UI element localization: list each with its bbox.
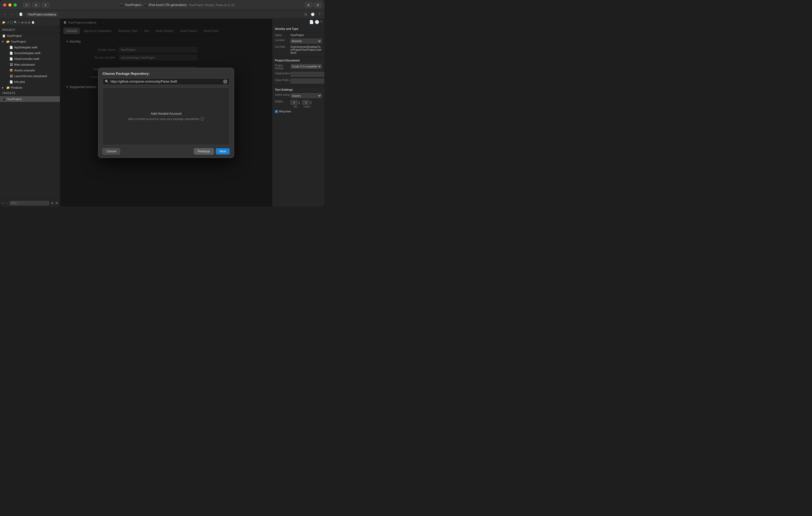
appdelegate-label: AppDelegate.swift xyxy=(14,46,37,49)
search-clear-button[interactable]: ✕ xyxy=(223,80,227,84)
full-path-row: Full Path /Users/venom/Desktop/YourProje… xyxy=(272,44,324,55)
file-inspector-icon[interactable]: 📄 xyxy=(309,20,314,24)
history-icon[interactable]: 🕐 xyxy=(310,11,316,17)
search-input-wrap: 🔍 ✕ xyxy=(103,78,230,85)
sidebar-item-scenedelegate[interactable]: 📄 SceneDelegate.swift xyxy=(0,50,60,56)
class-prefix-row: Class Prefix xyxy=(272,78,324,85)
close-button[interactable] xyxy=(3,3,6,6)
location-select[interactable]: Absolute xyxy=(290,39,322,43)
sidebar-item-products[interactable]: ▸ 📁 Products xyxy=(0,85,60,90)
maximize-button[interactable] xyxy=(13,3,17,6)
tab-width-down[interactable]: ▼ xyxy=(298,103,300,104)
sidebar-content: PROJECT 📋 YourProject ▾ 📂 YourProject 📄 … xyxy=(0,26,60,199)
test-icon[interactable]: ◆ xyxy=(22,21,24,24)
tab-width-up[interactable]: ▲ xyxy=(298,101,300,102)
breadcrumb-root[interactable]: 📄 xyxy=(19,12,23,16)
indent-width-stepper: ▲ ▼ xyxy=(302,100,312,105)
warning-icon[interactable]: ⚠ xyxy=(18,21,21,24)
assets-icon: 📦 xyxy=(9,69,13,72)
cancel-button[interactable]: Cancel xyxy=(103,148,120,154)
sidebar-item-launchscreen[interactable]: 🖼 LaunchScreen.storyboard xyxy=(0,73,60,79)
nav-forward-icon[interactable]: › xyxy=(9,11,14,17)
status-time: Today at 11:22 xyxy=(215,3,234,6)
scheme-name: YourProject xyxy=(124,3,141,7)
remove-file-icon[interactable]: − xyxy=(6,202,7,205)
sidebar-toggle-button[interactable]: ⊞ xyxy=(23,3,30,7)
breadcrumb-separator: › xyxy=(24,13,25,16)
toolbar-right: ⊟ 🕐 ? xyxy=(303,11,322,17)
toolbar: ‹ › 📄 › YourProject.xcodeproj ⊟ 🕐 ? xyxy=(0,10,324,19)
editor-area: 📋 YourProject.xcodeproj General Signing … xyxy=(60,19,272,207)
indent-width-down[interactable]: ▼ xyxy=(310,103,312,104)
sidebar-footer: + − ⊕ ⊞ xyxy=(0,199,60,207)
quick-help-icon[interactable]: ? xyxy=(317,11,322,17)
organization-input[interactable] xyxy=(290,72,324,77)
project-format-select[interactable]: Xcode 9.3-compatible xyxy=(291,64,322,69)
stop-button[interactable]: ■ xyxy=(42,3,49,7)
add-account-title: Add Hosted Account xyxy=(151,112,181,116)
sidebar-item-target-yourproject[interactable]: 📱 YourProject xyxy=(0,96,60,102)
run-button[interactable]: ▶ xyxy=(32,3,40,7)
quick-help-inspector-icon[interactable]: ? xyxy=(320,20,322,24)
sidebar-filter-input[interactable] xyxy=(10,201,49,205)
tab-width-input[interactable] xyxy=(290,100,298,105)
navigator-toggle[interactable]: ◧ xyxy=(305,3,312,7)
device-name: iPod touch (7th generation) xyxy=(149,3,186,7)
products-folder-icon: 📁 xyxy=(6,86,10,89)
launchscreen-label: LaunchScreen.storyboard xyxy=(14,74,47,78)
indent-label: Indent Using xyxy=(275,93,290,96)
symbol-icon[interactable]: { } xyxy=(10,21,13,24)
filter-options-icon[interactable]: ⊕ xyxy=(51,201,53,205)
status-text: YourProject: Ready xyxy=(188,3,213,6)
scheme-label[interactable]: 📱 YourProject › 📱 iPod touch (7th genera… xyxy=(120,3,186,7)
scenedelegate-label: SceneDelegate.swift xyxy=(14,52,40,55)
report-icon[interactable]: 📋 xyxy=(31,21,34,24)
sidebar-item-viewcontroller[interactable]: 📄 ViewController.swift xyxy=(0,56,60,62)
breadcrumb-file[interactable]: YourProject.xcodeproj xyxy=(26,12,58,17)
indent-select[interactable]: Spaces xyxy=(291,93,322,98)
assets-label: Assets.xcassets xyxy=(14,69,35,72)
sidebar-layout-icon[interactable]: ⊞ xyxy=(55,201,58,205)
sidebar-item-appdelegate[interactable]: 📄 AppDelegate.swift xyxy=(0,44,60,50)
breakpoint-icon[interactable]: ◉ xyxy=(28,21,30,24)
location-label: Location xyxy=(275,39,289,41)
indent-width-up[interactable]: ▲ xyxy=(310,101,312,102)
wrap-lines-label: Wrap lines xyxy=(279,110,291,113)
name-value: YourProject xyxy=(290,34,304,37)
package-url-input[interactable] xyxy=(110,80,222,83)
find-icon[interactable]: 🔍 xyxy=(14,21,17,24)
indent-width-input[interactable] xyxy=(302,100,310,105)
project-label: YourProject xyxy=(7,34,22,37)
tab-width-group: ▲ ▼ Tab xyxy=(290,100,300,108)
nav-back-icon[interactable]: ‹ xyxy=(2,11,8,17)
sidebar-item-main-storyboard[interactable]: 🖼 Main.storyboard xyxy=(0,62,60,67)
sidebar-item-infoplist[interactable]: 📄 Info.plist xyxy=(0,79,60,85)
sidebar-item-project[interactable]: 📋 YourProject xyxy=(0,33,60,39)
next-button[interactable]: Next xyxy=(216,148,230,154)
full-path-value: /Users/venom/Desktop/YourProject/YourPro… xyxy=(290,45,322,54)
sidebar: 📁 ⎇ { } 🔍 ⚠ ◆ ▤ ◉ 📋 PROJECT 📋 YourProjec… xyxy=(0,19,60,207)
previous-button[interactable]: Previous xyxy=(194,148,214,154)
info-icon[interactable]: i xyxy=(200,117,204,121)
indent-label-text: Indent xyxy=(304,105,310,108)
split-editor-icon[interactable]: ⊟ xyxy=(303,11,309,17)
sidebar-item-assets[interactable]: 📦 Assets.xcassets xyxy=(0,67,60,73)
folder-icon[interactable]: 📁 xyxy=(2,21,5,24)
debug-icon[interactable]: ▤ xyxy=(25,21,27,24)
storyboard-icon: 🖼 xyxy=(9,74,13,78)
project-document-header: Project Document xyxy=(272,58,324,63)
plist-icon: 📄 xyxy=(9,80,13,84)
inspector-toggle[interactable]: ◨ xyxy=(314,3,321,7)
main-window: ⊞ ▶ ■ 📱 YourProject › 📱 iPod touch (7th … xyxy=(0,0,324,207)
main-area: 📁 ⎇ { } 🔍 ⚠ ◆ ▤ ◉ 📋 PROJECT 📋 YourProjec… xyxy=(0,19,324,207)
class-prefix-input[interactable] xyxy=(290,79,324,83)
history-inspector-icon[interactable]: 🕐 xyxy=(315,20,319,24)
sidebar-item-yourproject-folder[interactable]: ▾ 📂 YourProject xyxy=(0,39,60,44)
minimize-button[interactable] xyxy=(8,3,11,6)
class-prefix-label: Class Prefix xyxy=(275,79,289,82)
organization-row: Organization xyxy=(272,71,324,78)
main-storyboard-label: Main.storyboard xyxy=(14,63,35,66)
wrap-lines-checkbox[interactable]: ✓ xyxy=(275,110,278,113)
source-control-icon[interactable]: ⎇ xyxy=(6,21,9,24)
add-file-icon[interactable]: + xyxy=(2,202,4,205)
